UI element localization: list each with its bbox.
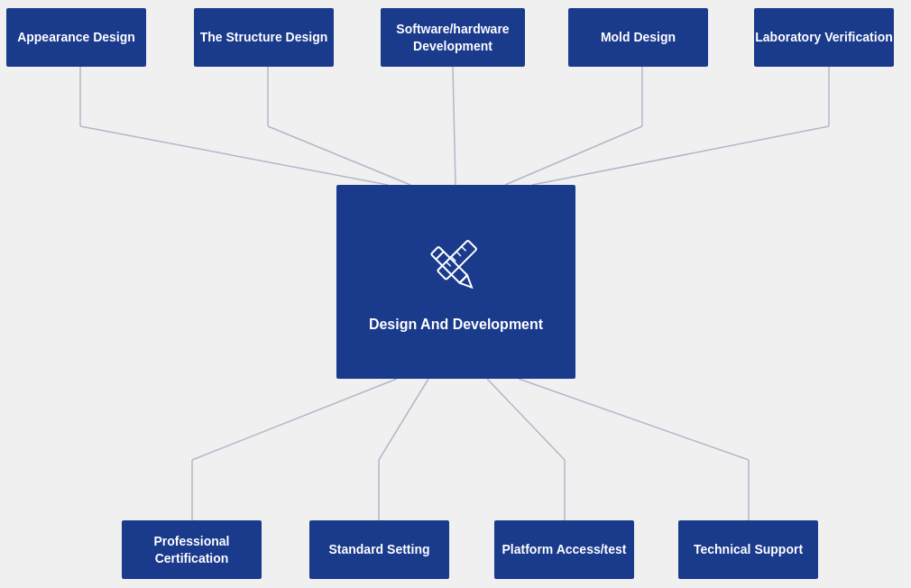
center-node: Design And Development	[336, 185, 575, 379]
professional-certification-node: Professional Certification	[122, 520, 262, 579]
platform-access-node: Platform Access/test	[494, 520, 634, 579]
svg-line-1	[80, 126, 388, 185]
mold-design-node: Mold Design	[568, 8, 708, 67]
svg-line-10	[192, 379, 397, 460]
svg-line-21	[461, 246, 465, 251]
svg-rect-20	[437, 240, 476, 280]
svg-marker-18	[459, 275, 475, 291]
appearance-design-node: Appearance Design	[6, 8, 146, 67]
center-label: Design And Development	[369, 317, 543, 333]
svg-line-22	[456, 252, 461, 256]
standard-setting-node: Standard Setting	[309, 520, 449, 579]
technical-support-node: Technical Support	[678, 520, 818, 579]
svg-line-4	[453, 67, 456, 185]
svg-line-14	[487, 379, 565, 460]
svg-line-12	[379, 379, 428, 460]
svg-line-3	[268, 126, 410, 185]
svg-line-16	[519, 379, 749, 460]
laboratory-verification-node: Laboratory Verification	[754, 8, 894, 67]
svg-line-24	[446, 262, 450, 266]
svg-line-19	[436, 252, 443, 259]
structure-design-node: The Structure Design	[194, 8, 334, 67]
svg-line-8	[532, 126, 829, 185]
svg-line-6	[505, 126, 642, 185]
design-icon	[420, 231, 492, 303]
software-hardware-node: Software/hardware Development	[381, 8, 525, 67]
